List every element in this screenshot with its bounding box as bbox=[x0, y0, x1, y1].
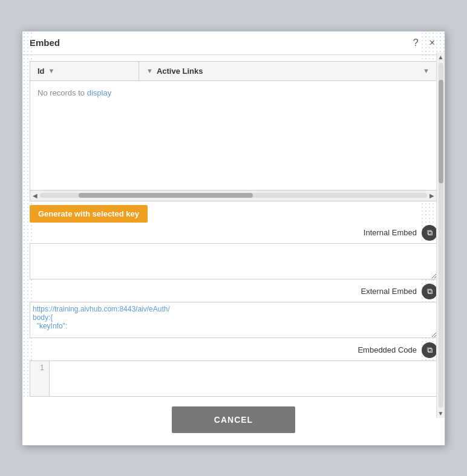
vertical-scrollbar[interactable]: ▲ ▼ bbox=[436, 53, 445, 418]
active-links-right-filter-icon[interactable]: ▼ bbox=[423, 67, 429, 74]
embedded-code-section: Embedded Code ⧉ 1 bbox=[30, 342, 437, 397]
table-horizontal-scrollbar[interactable]: ◀ ▶ bbox=[30, 190, 437, 201]
dialog-footer: CANCEL bbox=[22, 397, 445, 445]
table-wrapper: Id ▼ ▼ Active Links ▼ No records to disp… bbox=[30, 61, 437, 201]
scroll-left-arrow[interactable]: ◀ bbox=[33, 192, 38, 199]
internal-embed-textarea[interactable] bbox=[30, 243, 437, 279]
generate-key-button[interactable]: Generate with selected key bbox=[30, 205, 148, 223]
scroll-thumb bbox=[79, 193, 253, 198]
cancel-button[interactable]: CANCEL bbox=[172, 406, 295, 433]
code-content[interactable] bbox=[50, 361, 437, 396]
internal-embed-label: Internal Embed bbox=[364, 228, 417, 237]
header-icons: ? × bbox=[411, 36, 437, 50]
embed-dialog: Embed ? × Id ▼ ▼ Active Links ▼ No bbox=[22, 31, 445, 446]
help-button[interactable]: ? bbox=[411, 36, 421, 50]
external-embed-label-row: External Embed ⧉ bbox=[30, 284, 437, 299]
id-filter-icon[interactable]: ▼ bbox=[48, 67, 55, 74]
vscroll-thumb bbox=[439, 80, 443, 183]
internal-embed-section: Internal Embed ⧉ bbox=[30, 225, 437, 281]
external-embed-copy-button[interactable]: ⧉ bbox=[422, 284, 437, 299]
vscroll-track bbox=[439, 63, 443, 408]
external-embed-textarea[interactable]: https://training.aivhub.com:8443/aiv/eAu… bbox=[30, 302, 437, 338]
scroll-up-arrow[interactable]: ▲ bbox=[438, 53, 444, 62]
scroll-right-arrow[interactable]: ▶ bbox=[429, 192, 434, 199]
external-embed-label: External Embed bbox=[361, 287, 417, 296]
table-col-id: Id ▼ bbox=[30, 62, 139, 80]
embedded-code-area: 1 bbox=[30, 360, 437, 397]
internal-embed-copy-button[interactable]: ⧉ bbox=[422, 225, 437, 241]
close-button[interactable]: × bbox=[427, 36, 437, 50]
table-col-active-links: ▼ Active Links ▼ bbox=[139, 62, 437, 80]
active-links-filter-icon[interactable]: ▼ bbox=[146, 67, 153, 74]
no-records-text: No records to display bbox=[38, 88, 111, 97]
dialog-title: Embed bbox=[30, 37, 60, 48]
embedded-code-label: Embedded Code bbox=[358, 345, 417, 354]
code-line-numbers: 1 bbox=[30, 361, 50, 396]
internal-embed-label-row: Internal Embed ⧉ bbox=[30, 225, 437, 241]
scroll-track bbox=[40, 193, 427, 198]
id-col-label: Id bbox=[38, 67, 45, 76]
embedded-code-label-row: Embedded Code ⧉ bbox=[30, 342, 437, 358]
active-links-col-label: Active Links bbox=[157, 67, 203, 76]
line-number-1: 1 bbox=[40, 364, 44, 372]
external-embed-section: External Embed ⧉ https://training.aivhub… bbox=[30, 284, 437, 340]
scroll-down-arrow[interactable]: ▼ bbox=[438, 409, 444, 418]
dialog-content: Id ▼ ▼ Active Links ▼ No records to disp… bbox=[22, 55, 445, 397]
embedded-code-copy-button[interactable]: ⧉ bbox=[422, 342, 437, 358]
table-body: No records to display bbox=[30, 81, 437, 190]
dialog-header: Embed ? × bbox=[22, 31, 445, 55]
table-header: Id ▼ ▼ Active Links ▼ bbox=[30, 62, 437, 81]
